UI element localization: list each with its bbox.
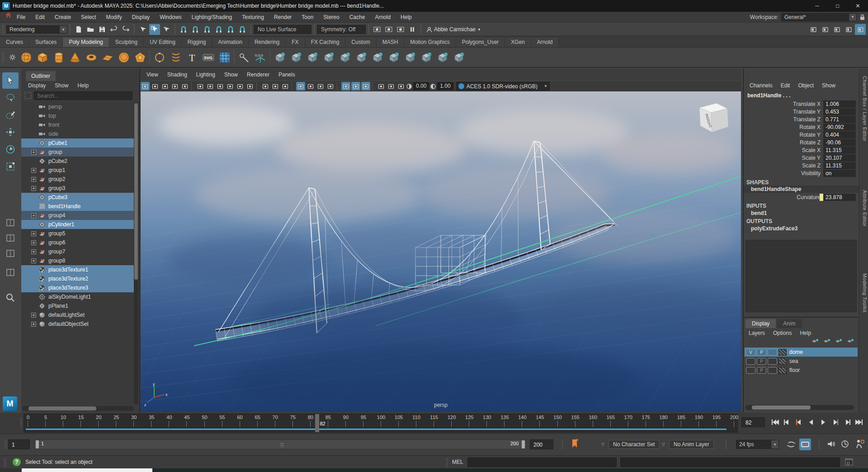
multi-cut-icon[interactable] — [386, 50, 401, 65]
expand-icon[interactable]: + — [31, 313, 36, 318]
outliner-item-group2[interactable]: +group2 — [21, 175, 134, 184]
outliner-item-group7[interactable]: +group7 — [21, 247, 134, 256]
anti-alias-icon[interactable] — [326, 82, 335, 91]
platonic-solid-icon[interactable] — [132, 50, 148, 65]
menu-edit[interactable]: Edit — [30, 14, 50, 20]
snap-curve-icon[interactable] — [190, 24, 201, 35]
loop-icon[interactable] — [786, 439, 797, 450]
expand-icon[interactable]: + — [31, 168, 36, 173]
scale-tool[interactable] — [2, 158, 19, 175]
go-to-start-button[interactable] — [769, 416, 780, 428]
expand-icon[interactable]: + — [31, 213, 36, 218]
menu-render[interactable]: Render — [269, 14, 297, 20]
outliner-item-place3dTexture1[interactable]: Tplace3dTexture1 — [21, 265, 134, 274]
safe-action-icon[interactable] — [236, 82, 245, 91]
timeline-ruler[interactable]: 0510152025303540455055606570758085909510… — [24, 414, 738, 433]
right-tab-modeling-toolkit[interactable]: Modeling Toolkit — [860, 273, 868, 313]
live-surface-field[interactable]: No Live Surface — [254, 25, 311, 34]
extrude-icon[interactable] — [337, 50, 353, 65]
step-back-frame-button[interactable] — [793, 416, 805, 428]
channel-value-field[interactable]: -90.092 — [823, 124, 856, 131]
outliner-item-group1[interactable]: +group1 — [21, 166, 134, 175]
input-node-bend1[interactable]: bend1 — [751, 210, 767, 216]
shelf-tab-xgen[interactable]: XGen — [505, 38, 531, 47]
xray-joints-icon[interactable] — [351, 82, 360, 91]
isolate-select-icon[interactable] — [377, 82, 386, 91]
layer-display-type-toggle[interactable] — [768, 358, 777, 365]
colorspace-select[interactable]: ACES 1.0 SDR-video (sRGB)▼ — [456, 82, 550, 91]
menu-lighting-shading[interactable]: Lighting/Shading — [187, 14, 237, 20]
zero-coords-icon[interactable]: 0,0,0 — [253, 50, 268, 65]
gamma-field[interactable]: 1.00 — [437, 82, 453, 90]
poly-cube-icon[interactable] — [35, 50, 50, 65]
outliner-item-group6[interactable]: +group6 — [21, 238, 134, 247]
step-forward-frame-button[interactable] — [830, 416, 841, 428]
menuset-select[interactable]: Rendering — [6, 25, 60, 33]
viewport-menu-renderer[interactable]: Renderer — [242, 71, 274, 80]
shelf-tab-polygons-user[interactable]: Polygons_User — [456, 38, 505, 47]
expand-icon[interactable]: + — [31, 322, 36, 327]
time-slider-grip[interactable] — [20, 417, 23, 427]
poly-sphere-icon[interactable] — [19, 50, 34, 65]
expand-icon[interactable]: + — [31, 186, 36, 191]
layer-tab-anim[interactable]: Anim — [777, 319, 802, 328]
channel-value-field[interactable]: 11.315 — [823, 162, 856, 169]
animation-start-field[interactable]: 1 — [8, 439, 30, 449]
shelf-tab-rigging[interactable]: Rigging — [182, 38, 212, 47]
use-default-material-icon[interactable] — [296, 82, 305, 91]
poly-cylinder-icon[interactable] — [51, 50, 66, 65]
outliner-menu-display[interactable]: Display — [24, 81, 50, 90]
anim-prefs-icon[interactable] — [854, 439, 865, 449]
layer-menu-options[interactable]: Options — [769, 329, 796, 337]
outliner-item-group5[interactable]: +group5 — [21, 229, 134, 238]
current-frame-field[interactable]: 82 — [741, 417, 765, 427]
combine-icon[interactable] — [272, 50, 288, 65]
smooth-shade-icon[interactable] — [271, 82, 280, 91]
outliner-item-persp[interactable]: persp — [21, 102, 134, 111]
layer-playback-toggle[interactable]: P — [757, 367, 766, 374]
sidebar-left-icon[interactable] — [831, 24, 842, 35]
menu-arnold[interactable]: Arnold — [370, 14, 396, 20]
user-account-menu[interactable]: Abbie Carmichae▼ — [424, 26, 484, 33]
expand-icon[interactable]: + — [31, 249, 36, 254]
expand-icon[interactable]: + — [31, 258, 36, 263]
textured-icon[interactable] — [281, 82, 290, 91]
redo-icon[interactable] — [120, 24, 131, 35]
shelf-tab-motion-graphics[interactable]: Motion Graphics — [404, 38, 456, 47]
rotate-tool[interactable] — [2, 141, 19, 157]
outliner-item-group3[interactable]: +group3 — [21, 184, 134, 193]
layer-move-up-icon[interactable] — [811, 339, 819, 344]
expand-icon[interactable]: + — [31, 150, 36, 155]
nurbs-circle-icon[interactable] — [152, 50, 167, 65]
layer-empty-new-icon[interactable] — [835, 339, 842, 344]
menu-windows[interactable]: Windows — [155, 14, 187, 20]
close-button[interactable]: ✕ — [848, 0, 868, 12]
bookmark-view-icon[interactable] — [170, 82, 179, 91]
menu-texturing[interactable]: Texturing — [237, 14, 269, 20]
layer-row-sea[interactable]: Psea — [745, 357, 858, 366]
range-start-handle[interactable] — [36, 440, 39, 448]
outliner-item-top[interactable]: top — [21, 111, 134, 120]
gamma-icon[interactable] — [430, 83, 436, 90]
menuset-dropdown-arrow[interactable]: ▼ — [60, 25, 67, 33]
camera-attrs-icon[interactable] — [160, 82, 170, 91]
channel-menu-object[interactable]: Object — [794, 81, 818, 90]
isolate-icon[interactable] — [2, 215, 19, 231]
viewport-menu-view[interactable]: View — [142, 71, 163, 80]
go-to-end-button[interactable] — [854, 416, 866, 428]
layer-row-floor[interactable]: Pfloor — [745, 366, 858, 375]
channel-value-field[interactable]: -90.06 — [823, 139, 856, 146]
shelf-tab-surfaces[interactable]: Surfaces — [29, 38, 63, 47]
panel-layout-single-icon[interactable] — [2, 230, 19, 246]
render-view-icon[interactable] — [372, 24, 382, 35]
workspace-select[interactable]: General* — [781, 13, 849, 21]
channel-menu-channels[interactable]: Channels — [745, 81, 777, 90]
range-center-grip[interactable] — [280, 443, 284, 447]
attribute-spread-icon[interactable] — [855, 24, 866, 35]
sidebar-right-icon[interactable] — [843, 24, 854, 35]
home-icon[interactable] — [0, 12, 12, 23]
viewport-3d-view[interactable]: INSIGHT x y z persp — [141, 91, 741, 412]
xray-icon[interactable] — [341, 82, 350, 91]
expand-icon[interactable]: + — [31, 231, 36, 236]
layer-tab-display[interactable]: Display — [745, 319, 776, 328]
